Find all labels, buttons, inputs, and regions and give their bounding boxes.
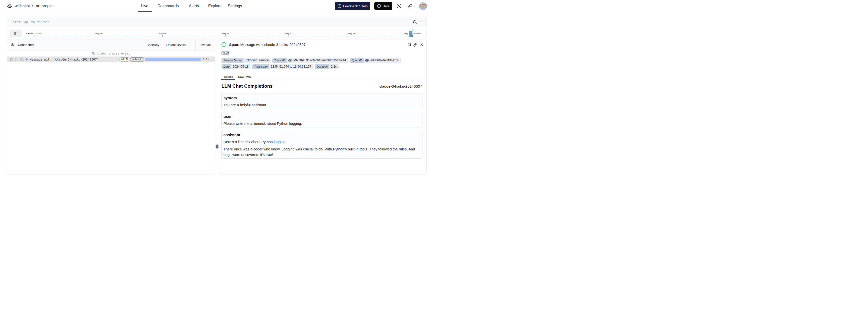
trace-time: 13:54:51 <box>9 57 24 62</box>
chip-duration: Duration 2.1s <box>315 64 339 69</box>
header-divider <box>195 39 196 50</box>
section-heading-row: LLM Chat Completions claude-3-haiku-2024… <box>221 82 422 90</box>
trace-duration-bar <box>145 58 201 61</box>
theme-toggle-icon[interactable] <box>396 3 402 9</box>
timeline-label: May 11 <box>222 32 229 35</box>
sql-filter-placeholder: Enter SQL to filter... <box>10 17 56 27</box>
detail-tabs: Details Raw Data <box>221 74 422 80</box>
timeline-label: May 09 <box>158 32 166 35</box>
info-green-icon <box>221 42 226 47</box>
llm-badge: LLM <box>221 51 230 55</box>
timeline-label: May 06 <box>95 32 103 35</box>
traces-panel-header: Connected Visibility Default levels Live… <box>7 39 215 51</box>
model-name: claude-3-haiku-20240307 <box>379 84 422 88</box>
more-options-icon[interactable] <box>420 22 424 22</box>
visibility-dropdown[interactable]: Visibility <box>148 39 162 50</box>
info-circle-icon <box>377 4 381 8</box>
message-card-system: system You are a helpful assistant. <box>221 93 423 109</box>
tab-explore[interactable]: Explore <box>205 0 225 12</box>
gear-icon[interactable] <box>11 43 14 47</box>
breadcrumb-project[interactable]: anthropic <box>36 4 53 8</box>
connection-status-group: Connected <box>11 39 34 50</box>
top-bar: willbakst anthropic Live Dashboards Aler… <box>0 0 434 12</box>
breadcrumb: willbakst anthropic <box>7 0 53 12</box>
timeline-tick <box>352 35 352 37</box>
filter-actions <box>413 17 424 27</box>
span-header: Span: Message with 'claude-3-haiku-20240… <box>221 42 423 47</box>
anthropic-badge: anthropic <box>130 57 144 62</box>
tab-dashboards[interactable]: Dashboards <box>154 0 182 12</box>
timeline-label: May 18, 13:55:02 <box>404 32 421 35</box>
trace-duration: 2.1s <box>203 57 209 62</box>
logfire-logo-icon[interactable] <box>7 3 12 8</box>
timeline-chart[interactable]: May 04, 13:55:01 May 06 May 09 May 11 Ma… <box>7 29 427 38</box>
message-text: You are a helpful assistant. <box>223 102 422 108</box>
default-levels-dropdown[interactable]: Default levels <box>166 39 189 50</box>
trace-message: Message with 'claude-3-haiku-20240307' <box>30 57 99 62</box>
chip-span-id[interactable]: Span ID #d08697de343ce138 <box>350 58 401 63</box>
message-role: assistant <box>223 132 422 138</box>
close-icon[interactable] <box>420 43 424 47</box>
message-role: system <box>223 95 422 101</box>
copy-link-icon[interactable] <box>408 4 412 8</box>
chip-service-name: Service Name unknown_service <box>221 58 271 63</box>
timeline-tick <box>34 35 34 37</box>
chevron-right-icon <box>31 4 35 8</box>
feedback-help-button[interactable]: Feedback / Help <box>335 2 370 10</box>
tab-live[interactable]: Live <box>137 0 152 12</box>
timeline-tick <box>225 35 226 37</box>
green-dot-icon <box>121 59 123 60</box>
panel-resize-handle[interactable] <box>216 144 219 149</box>
message-text: There once was a coder who knew, Logging… <box>223 146 422 158</box>
chip-row-2: Date 2024-05-18 Time span 13:54:51.044 t… <box>221 64 339 69</box>
traces-panel: Connected Visibility Default levels Live… <box>7 39 215 165</box>
beta-button[interactable]: Beta <box>374 2 392 10</box>
timeline-tick <box>412 35 413 37</box>
tab-raw-data[interactable]: Raw Data <box>235 74 253 80</box>
message-card-assistant: assistant Here's a limerick about Python… <box>221 130 423 159</box>
link-icon <box>365 59 369 62</box>
help-circle-icon <box>338 4 342 8</box>
avatar[interactable] <box>419 2 427 10</box>
permalink-icon[interactable] <box>413 43 417 47</box>
section-divider <box>221 92 422 92</box>
panel-left-toggle-button[interactable] <box>9 30 22 37</box>
chip-time-span: Time span 13:54:51.044 to 13:54:53.157 <box>252 64 313 69</box>
trace-row[interactable]: 13:54:51 Message with 'claude-3-haiku-20… <box>7 57 215 62</box>
message-card-user: user Please write me a limerick about Py… <box>221 112 423 128</box>
link-icon <box>288 59 292 62</box>
green-dot-icon <box>222 52 224 54</box>
chip-date: Date 2024-05-18 <box>221 64 250 69</box>
section-title: LLM Chat Completions <box>221 83 273 89</box>
timeline-label: May 16 <box>348 32 355 35</box>
message-text: Please write me a limerick about Python … <box>223 121 422 126</box>
chevron-down-icon <box>211 44 214 46</box>
breadcrumb-org[interactable]: willbakst <box>15 4 30 8</box>
grip-dots-icon <box>216 145 218 148</box>
span-header-actions <box>407 43 424 47</box>
chip-trace-id[interactable]: Trace ID #973fba5919cf9c618aafdb2635f68c… <box>272 58 348 63</box>
span-title: Span: Message with 'claude-3-haiku-20240… <box>229 43 306 47</box>
timeline-label: May 04, 13:55:01 <box>26 32 42 35</box>
tab-alerts[interactable]: Alerts <box>185 0 203 12</box>
timeline-label: May 13 <box>285 32 292 35</box>
message-role: user <box>223 114 422 119</box>
panel-bottom-icon[interactable] <box>407 43 411 47</box>
tab-details[interactable]: Details <box>221 74 235 80</box>
timeline-series-line <box>34 37 413 37</box>
message-text: Here's a limerick about Python logging: <box>223 139 422 145</box>
sql-filter-input[interactable]: Enter SQL to filter... <box>7 17 427 27</box>
live-tail-dropdown[interactable]: Live tail <box>200 39 214 50</box>
span-detail-panel: Span: Message with 'claude-3-haiku-20240… <box>219 39 427 165</box>
chevron-down-icon <box>160 44 162 46</box>
chip-row-1: Service Name unknown_service Trace ID #9… <box>221 58 401 63</box>
timeline-tick <box>288 35 289 37</box>
connection-status: Connected <box>18 43 34 47</box>
tab-settings[interactable]: Settings <box>224 0 246 12</box>
chevron-down-icon <box>186 44 189 46</box>
search-icon[interactable] <box>413 20 417 24</box>
topbar-actions: Feedback / Help Beta <box>335 0 427 12</box>
span-diamond-icon <box>25 58 28 61</box>
llm-badge: LLM <box>120 57 129 62</box>
no-older-traces-message: No older traces exist <box>7 51 215 57</box>
